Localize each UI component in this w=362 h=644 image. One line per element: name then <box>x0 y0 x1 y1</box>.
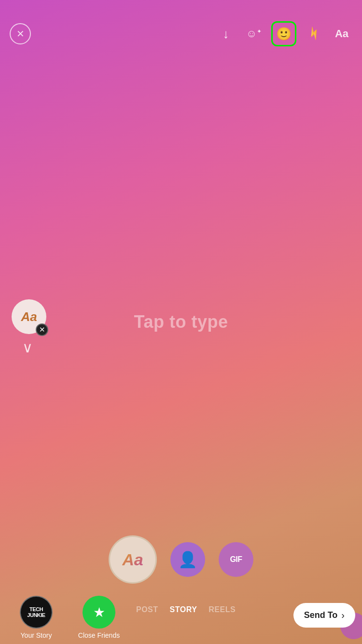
close-friends-item[interactable]: ★ Close Friends <box>68 591 130 639</box>
aa-main-button[interactable]: Aa <box>109 535 157 584</box>
face-filter-icon: ☺✦ <box>246 28 262 40</box>
sticker-button[interactable]: 🙂 <box>271 21 296 46</box>
close-button[interactable]: ✕ <box>10 23 31 44</box>
send-to-arrow-icon: › <box>341 610 345 621</box>
sticker-icon: 🙂 <box>276 27 292 42</box>
text-element-bubble: Aa ✕ <box>12 299 46 334</box>
download-button[interactable]: ↓ <box>215 23 237 44</box>
download-icon: ↓ <box>223 27 229 42</box>
link-icon: ⚡ <box>305 25 322 42</box>
face-filter-button[interactable]: ☺✦ <box>243 23 265 44</box>
star-icon: ★ <box>93 604 105 620</box>
bottom-nav: TECHJUNKIE Your Story ★ Close Friends PO… <box>0 586 362 644</box>
text-style-button[interactable]: Aa <box>331 23 352 44</box>
your-story-avatar: TECHJUNKIE <box>20 596 53 629</box>
tab-reels[interactable]: REELS <box>203 605 241 614</box>
send-to-label: Send To <box>304 610 338 620</box>
bottom-toolbar: Aa 👤 GIF <box>0 533 362 586</box>
person-icon: 👤 <box>178 550 197 569</box>
text-style-icon: Aa <box>335 28 348 40</box>
remove-icon: ✕ <box>39 325 45 334</box>
your-story-item[interactable]: TECHJUNKIE Your Story <box>5 591 68 639</box>
tab-story[interactable]: STORY <box>164 605 203 614</box>
mention-button[interactable]: 👤 <box>170 542 205 577</box>
close-friends-label: Close Friends <box>78 631 120 639</box>
send-to-button[interactable]: Send To › <box>293 603 355 628</box>
remove-text-element-button[interactable]: ✕ <box>36 323 48 336</box>
aa-main-label: Aa <box>122 550 143 569</box>
avatar-text: TECHJUNKIE <box>27 606 45 618</box>
chevron-down-icon: ∨ <box>22 339 33 355</box>
text-element[interactable]: Aa ✕ <box>12 299 46 334</box>
gif-button[interactable]: GIF <box>219 542 253 577</box>
close-icon: ✕ <box>16 28 25 40</box>
chevron-down-button[interactable]: ∨ <box>22 340 33 356</box>
gif-label: GIF <box>230 555 242 564</box>
top-bar: ✕ ↓ ☺✦ 🙂 ⚡ Aa <box>0 0 362 53</box>
link-button[interactable]: ⚡ <box>303 23 324 44</box>
tab-post[interactable]: POST <box>130 605 164 614</box>
your-story-label: Your Story <box>21 631 52 639</box>
text-element-label: Aa <box>21 309 37 324</box>
close-friends-circle: ★ <box>83 596 115 629</box>
tap-to-type-hint[interactable]: Tap to type <box>134 312 228 332</box>
